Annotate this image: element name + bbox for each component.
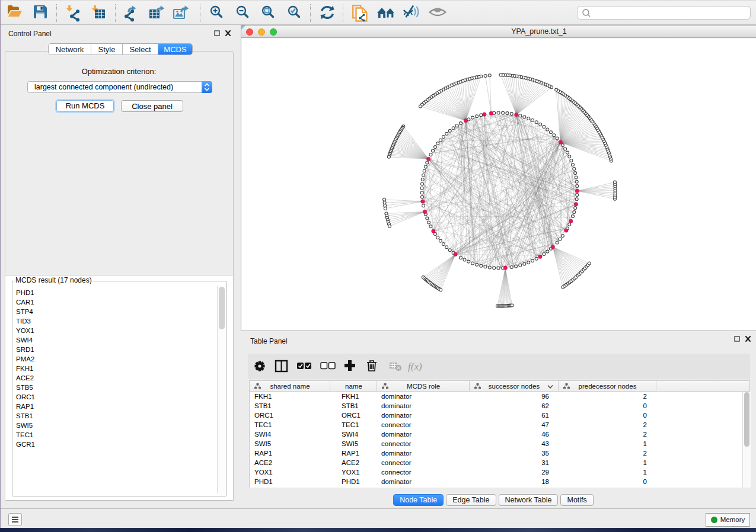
svg-text:f(x): f(x) xyxy=(408,361,422,372)
